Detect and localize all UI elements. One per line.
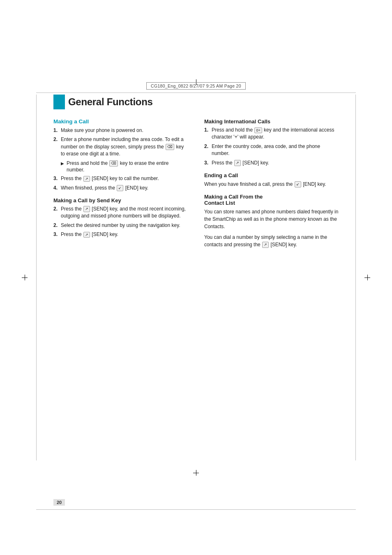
list-text: Enter the country code, area code, and t… <box>212 143 339 157</box>
list-num: 2. <box>53 222 61 229</box>
right-margin-line <box>355 95 356 460</box>
making-a-call-heading: Making a Call <box>53 118 188 125</box>
crosshair-middle-left <box>22 275 28 280</box>
page-content: General Functions Making a Call 1. Make … <box>53 95 339 252</box>
ending-call-para: When you have finished a call, press the… <box>204 180 339 188</box>
send-key-list: 2. Press the ↗ [SEND] key, and the most … <box>53 206 188 238</box>
zero-plus-key-icon: 0+ <box>254 127 262 134</box>
list-text: Make sure your phone is powered on. <box>61 127 188 134</box>
left-margin-line <box>36 95 37 460</box>
intl-calls-heading: Making International Calls <box>204 118 339 125</box>
file-info: CG180_Eng_0822 8/27/07 9:25 AM Page 20 <box>146 82 246 90</box>
list-text: When finished, press the ↙ [END] key. <box>61 185 188 192</box>
send-key-icon4: ↗ <box>234 160 241 166</box>
send-key-icon: ↗ <box>83 176 90 182</box>
bullet-text: Press and hold the ⌫ key to erase the en… <box>67 160 188 174</box>
list-text: Press the ↗ [SEND] key. <box>212 160 339 166</box>
bullet-item: ▶ Press and hold the ⌫ key to erase the … <box>61 160 188 174</box>
list-item: 2. Enter the country code, area code, an… <box>204 143 339 157</box>
list-item: 2. Enter a phone number including the ar… <box>53 136 188 157</box>
bullet-arrow-icon: ▶ <box>61 160 67 174</box>
backspace-key-icon: ⌫ <box>166 144 174 150</box>
list-item: 1. Make sure your phone is powered on. <box>53 127 188 134</box>
ending-call-heading: Ending a Call <box>204 172 339 178</box>
crosshair-bottom-center <box>193 470 199 476</box>
left-column: Making a Call 1. Make sure your phone is… <box>53 118 188 252</box>
list-text: Press the ↗ [SEND] key. <box>61 231 188 238</box>
contact-list-heading: Making a Call From theContact List <box>204 194 339 206</box>
intl-calls-list: 1. Press and hold the 0+ key and the int… <box>204 127 339 166</box>
list-item: 4. When finished, press the ↙ [END] key. <box>53 185 188 192</box>
send-key-heading: Making a Call by Send Key <box>53 197 188 204</box>
list-num: 3. <box>53 175 61 182</box>
right-column: Making International Calls 1. Press and … <box>204 118 339 252</box>
contact-list-para2: You can dial a number by simply selectin… <box>204 234 339 248</box>
list-item: 1. Press and hold the 0+ key and the int… <box>204 127 339 141</box>
list-num: 2. <box>204 143 212 157</box>
list-num: 1. <box>204 127 212 141</box>
list-item: 2. Press the ↗ [SEND] key, and the most … <box>53 206 188 220</box>
send-key-icon2: ↗ <box>83 206 90 212</box>
list-num: 2. <box>53 136 61 157</box>
send-key-icon3: ↗ <box>83 232 90 238</box>
crosshair-middle-right <box>364 275 370 280</box>
header-bar: CG180_Eng_0822 8/27/07 9:25 AM Page 20 <box>49 82 343 90</box>
backspace-key-icon2: ⌫ <box>109 160 118 166</box>
page-number-block: 20 <box>53 499 65 506</box>
list-text: Press the ↗ [SEND] key to call the numbe… <box>61 175 188 182</box>
list-num: 2. <box>53 206 61 220</box>
list-num: 4. <box>53 185 61 192</box>
list-text: Enter a phone number including the area … <box>61 136 188 157</box>
contact-list-para1: You can store names and phone numbers di… <box>204 208 339 230</box>
list-num: 3. <box>53 231 61 238</box>
list-item: 3. Press the ↗ [SEND] key to call the nu… <box>53 175 188 182</box>
list-num: 1. <box>53 127 61 134</box>
list-text: Press and hold the 0+ key and the intern… <box>212 127 339 141</box>
sep-line-bottom <box>36 509 356 510</box>
end-key-icon2: ↙ <box>295 181 301 187</box>
blue-box-decoration <box>53 95 65 109</box>
making-a-call-list: 1. Make sure your phone is powered on. 2… <box>53 127 188 158</box>
page-number: 20 <box>53 499 65 506</box>
making-a-call-list2: 3. Press the ↗ [SEND] key to call the nu… <box>53 175 188 192</box>
list-item: 3. Press the ↗ [SEND] key. <box>53 231 188 238</box>
send-key-icon5: ↗ <box>262 242 269 248</box>
page-title-block: General Functions <box>53 95 339 109</box>
list-item: 2. Select the desired number by using th… <box>53 222 188 229</box>
two-column-layout: Making a Call 1. Make sure your phone is… <box>53 118 339 252</box>
list-text: Select the desired number by using the n… <box>61 222 188 229</box>
page-title: General Functions <box>68 96 153 108</box>
list-item: 3. Press the ↗ [SEND] key. <box>204 160 339 166</box>
end-key-icon: ↙ <box>117 185 123 191</box>
list-text: Press the ↗ [SEND] key, and the most rec… <box>61 206 188 220</box>
list-num: 3. <box>204 160 212 166</box>
sep-line-top <box>36 92 356 93</box>
